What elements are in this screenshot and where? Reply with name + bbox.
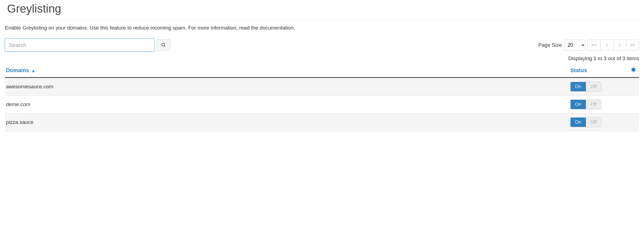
- pager-group: Page Size 20 << < > >>: [538, 40, 639, 51]
- column-header-status-label: Status: [570, 67, 587, 73]
- status-cell: OnOff: [569, 96, 639, 113]
- table-row: deme.comOnOff: [5, 96, 639, 113]
- pager-buttons: << < > >>: [588, 40, 639, 51]
- gear-icon: [630, 68, 636, 74]
- display-count: Displaying 1 to 3 out of 3 items: [5, 55, 639, 62]
- status-cell: OnOff: [569, 113, 639, 131]
- status-toggle[interactable]: OnOff: [570, 100, 601, 109]
- search-button[interactable]: [157, 39, 170, 51]
- page-title: Greylisting: [5, 0, 639, 19]
- domain-cell: pizza.sauce: [5, 113, 569, 131]
- search-icon: [161, 42, 166, 48]
- toggle-off[interactable]: Off: [586, 82, 601, 91]
- pager-prev-button[interactable]: <: [600, 40, 613, 51]
- table-settings-button[interactable]: [629, 64, 639, 78]
- page-size-select[interactable]: 20: [564, 40, 585, 51]
- controls-row: Page Size 20 << < > >>: [5, 39, 639, 52]
- pager-last-button[interactable]: >>: [626, 40, 639, 51]
- search-group: [5, 39, 170, 52]
- status-toggle[interactable]: OnOff: [570, 117, 601, 127]
- page-description: Enable Greylisting on your domains. Use …: [5, 25, 639, 31]
- pager-first-button[interactable]: <<: [588, 40, 601, 51]
- status-cell: OnOff: [569, 78, 639, 96]
- svg-line-1: [164, 46, 165, 47]
- search-input[interactable]: [5, 39, 154, 52]
- status-toggle[interactable]: OnOff: [570, 82, 601, 92]
- toggle-off[interactable]: Off: [586, 100, 601, 109]
- column-header-domain[interactable]: Domains ▲: [5, 64, 569, 78]
- toggle-off[interactable]: Off: [586, 118, 601, 127]
- domain-cell: awesomesauce.com: [5, 78, 569, 96]
- column-header-domain-label: Domains: [6, 67, 29, 73]
- toggle-on[interactable]: On: [571, 82, 586, 91]
- domain-cell: deme.com: [5, 96, 569, 113]
- table-row: awesomesauce.comOnOff: [5, 78, 639, 96]
- page-size-label: Page Size: [538, 42, 562, 48]
- column-header-status[interactable]: Status: [569, 64, 629, 78]
- sort-asc-icon: ▲: [31, 68, 35, 73]
- domain-table: Domains ▲ Status awesomesauce.comOnOffde…: [5, 64, 639, 131]
- table-row: pizza.sauceOnOff: [5, 113, 639, 131]
- svg-point-0: [162, 43, 165, 46]
- toggle-on[interactable]: On: [571, 118, 586, 127]
- pager-next-button[interactable]: >: [613, 40, 626, 51]
- toggle-on[interactable]: On: [571, 100, 586, 109]
